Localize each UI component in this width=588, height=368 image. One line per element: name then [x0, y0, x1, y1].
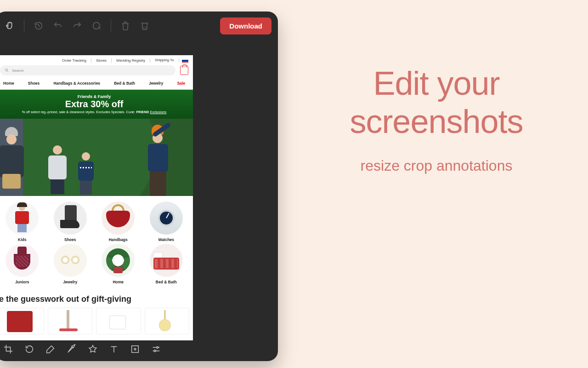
tile-handbags[interactable]: Handbags	[95, 201, 141, 242]
shopping-bag-icon[interactable]	[180, 66, 188, 75]
category-tiles: Kids Shoes Handbags Watches Juniors Jewe…	[0, 196, 193, 286]
trash-icon[interactable]	[118, 18, 133, 34]
nav-sale[interactable]: Sale	[177, 81, 185, 86]
search-row: Search	[0, 65, 193, 78]
hero-image: r	[0, 119, 193, 196]
tile-watches[interactable]: Watches	[143, 201, 190, 242]
gift-card-row	[0, 308, 193, 334]
arrow-shape-icon[interactable]	[63, 341, 80, 357]
search-input[interactable]: Search	[0, 65, 175, 75]
gift-heading: e the guesswork out of gift-giving	[0, 286, 193, 308]
history-icon[interactable]	[31, 18, 46, 34]
svg-point-5	[154, 350, 156, 352]
person-illustration	[46, 145, 69, 196]
person-illustration	[0, 127, 28, 196]
gift-card[interactable]	[145, 308, 190, 334]
svg-point-4	[157, 347, 158, 349]
marketing-subline: resize crop annotations	[299, 157, 574, 174]
main-nav: Home Shoes Handbags & Accessories Bed & …	[0, 78, 193, 89]
rectangle-icon[interactable]	[127, 341, 143, 357]
svg-point-1	[6, 69, 8, 71]
nav-handbags[interactable]: Handbags & Accessories	[53, 81, 100, 86]
sliders-icon[interactable]	[148, 341, 164, 357]
redo-icon[interactable]	[69, 18, 85, 34]
svg-rect-2	[132, 346, 139, 353]
bottom-toolbar	[0, 337, 278, 361]
undo-icon[interactable]	[50, 18, 66, 34]
flag-icon	[182, 58, 188, 63]
trash-all-icon[interactable]: ALL	[137, 18, 153, 34]
crop-icon[interactable]	[0, 341, 17, 357]
gift-card[interactable]	[48, 308, 93, 334]
redo-alt-icon[interactable]	[89, 18, 104, 34]
link-shipping[interactable]: Shipping To	[155, 58, 188, 62]
nav-shoes[interactable]: Shoes	[28, 81, 40, 86]
svg-text:ALL: ALL	[143, 26, 147, 29]
search-icon	[5, 68, 9, 73]
marketing-copy: Edit your screenshots resize crop annota…	[299, 64, 574, 174]
utility-bar: Order Tracking Stores Wedding Registry S…	[0, 55, 193, 65]
hand-icon[interactable]	[2, 18, 17, 34]
tile-juniors[interactable]: Juniors	[0, 244, 45, 284]
download-button[interactable]: Download	[220, 17, 271, 34]
separator	[111, 19, 111, 32]
editor-window: ALL Download Order Tracking Stores Weddi…	[0, 12, 278, 361]
tile-jewelry[interactable]: Jewelry	[47, 244, 94, 284]
person-illustration	[138, 125, 175, 196]
rotate-icon[interactable]	[21, 341, 38, 357]
nav-home[interactable]: Home	[3, 81, 14, 86]
tile-home[interactable]: Home	[95, 244, 141, 284]
separator	[24, 19, 24, 32]
tile-kids[interactable]: Kids	[0, 201, 45, 242]
promo-banner[interactable]: Friends & Family Extra 30% off % off sel…	[0, 90, 193, 119]
tile-shoes[interactable]: Shoes	[47, 201, 94, 242]
top-toolbar: ALL Download	[0, 12, 278, 40]
pen-icon[interactable]	[42, 341, 59, 357]
link-order-tracking[interactable]: Order Tracking	[62, 58, 91, 63]
link-stores[interactable]: Stores	[96, 58, 112, 63]
marketing-headline: Edit your screenshots	[299, 64, 574, 141]
svg-point-3	[134, 348, 136, 350]
tile-bedbath[interactable]: Bed & Bath	[143, 244, 190, 284]
gift-card[interactable]	[96, 308, 141, 334]
nav-jewelry[interactable]: Jewelry	[149, 81, 163, 86]
text-icon[interactable]	[106, 341, 122, 357]
nav-bedbath[interactable]: Bed & Bath	[114, 81, 135, 86]
canvas-area[interactable]: Order Tracking Stores Wedding Registry S…	[0, 55, 193, 340]
star-icon[interactable]	[85, 341, 101, 357]
person-illustration	[76, 152, 96, 196]
link-registry[interactable]: Wedding Registry	[116, 58, 150, 63]
gift-card[interactable]	[0, 308, 44, 334]
